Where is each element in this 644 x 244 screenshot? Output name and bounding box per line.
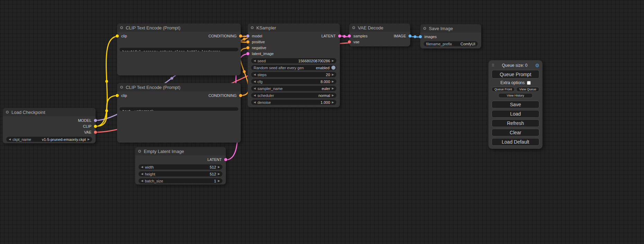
increment-arrow-icon[interactable]: ▶ [332, 73, 334, 76]
node-title: CLIP Text Encode (Prompt) [126, 25, 180, 30]
decrement-arrow-icon[interactable]: ◀ [254, 94, 256, 97]
conditioning-output-dot[interactable] [239, 94, 242, 97]
node-graph-canvas[interactable]: Load Checkpoint MODEL CLIP VAE ◀ ckpt_na… [0, 0, 644, 244]
increment-arrow-icon[interactable]: ▶ [218, 173, 220, 175]
node-title-bar[interactable]: Save Image [420, 24, 481, 33]
collapse-dot-icon[interactable] [6, 111, 9, 114]
settings-gear-icon[interactable]: ⚙ [535, 63, 539, 68]
decrement-arrow-icon[interactable]: ◀ [254, 101, 256, 104]
input-label-latent-image: latent_image [252, 52, 274, 56]
widget-scheduler[interactable]: ◀ scheduler normal ▶ [251, 93, 336, 98]
node-title-bar[interactable]: VAE Decode [349, 24, 410, 32]
increment-arrow-icon[interactable]: ▶ [332, 94, 334, 97]
model-input-dot[interactable] [246, 34, 249, 37]
toggle-knob[interactable] [331, 65, 336, 70]
queue-prompt-button[interactable]: Queue Prompt [492, 70, 539, 79]
increment-arrow-icon[interactable]: ▶ [332, 80, 334, 83]
node-title-bar[interactable]: CLIP Text Encode (Prompt) [117, 83, 241, 91]
save-button[interactable]: Save [492, 101, 539, 108]
link-midpoint-dot [105, 80, 108, 83]
widget-denoise[interactable]: ◀ denoise 1.000 ▶ [251, 100, 336, 105]
increment-arrow-icon[interactable]: ▶ [218, 166, 220, 169]
vae-output-dot[interactable] [94, 130, 97, 134]
latent-output-dot[interactable] [224, 158, 227, 161]
model-output-dot[interactable] [94, 119, 97, 122]
widget-seed[interactable]: ◀ seed 156680208700286 ▶ [251, 58, 336, 63]
conditioning-output-dot[interactable] [239, 35, 242, 38]
collapse-dot-icon[interactable] [120, 26, 123, 29]
node-title: Save Image [429, 26, 453, 31]
negative-input-dot[interactable] [246, 46, 249, 49]
node-title-bar[interactable]: KSampler [248, 24, 340, 32]
widget-steps[interactable]: ◀ steps 20 ▶ [251, 72, 336, 77]
increment-arrow-icon[interactable]: ▶ [332, 60, 334, 62]
node-title-bar[interactable]: Load Checkpoint [3, 108, 96, 116]
widget-filename-prefix[interactable]: filename_prefix ComfyUI [424, 41, 478, 46]
collapse-dot-icon[interactable] [138, 150, 141, 153]
clip-input-dot[interactable] [116, 94, 119, 97]
slot-row: latent_image [248, 51, 340, 56]
decrement-arrow-icon[interactable]: ◀ [254, 80, 256, 83]
slot-row: vae [349, 39, 410, 45]
decrement-arrow-icon[interactable]: ◀ [254, 73, 256, 76]
collapse-dot-icon[interactable] [120, 86, 123, 89]
node-clip-text-encode-positive[interactable]: CLIP Text Encode (Prompt) clip CONDITION… [117, 24, 241, 75]
collapse-dot-icon[interactable] [423, 27, 426, 30]
decrement-arrow-icon[interactable]: ◀ [9, 138, 11, 141]
widget-ckpt-name[interactable]: ◀ ckpt_name v1-5-pruned-emaonly.ckpt ▶ [6, 137, 92, 142]
decrement-arrow-icon[interactable]: ◀ [254, 60, 256, 62]
images-input-dot[interactable] [419, 35, 422, 38]
decrement-arrow-icon[interactable]: ◀ [254, 87, 256, 90]
node-load-checkpoint[interactable]: Load Checkpoint MODEL CLIP VAE ◀ ckpt_na… [3, 108, 96, 143]
increment-arrow-icon[interactable]: ▶ [218, 180, 220, 182]
clear-button[interactable]: Clear [492, 129, 539, 136]
node-save-image[interactable]: Save Image images filename_prefix ComfyU… [420, 24, 481, 48]
latent-output-dot[interactable] [338, 34, 341, 37]
widget-value: 1 [214, 179, 216, 183]
negative-prompt-textarea[interactable]: text, watermark [120, 107, 238, 111]
collapse-dot-icon[interactable] [352, 26, 355, 29]
widget-random-seed-toggle[interactable]: Random seed after every gen enabled [251, 65, 336, 70]
image-output-dot[interactable] [408, 34, 412, 37]
decrement-arrow-icon[interactable]: ◀ [141, 173, 143, 175]
widget-width[interactable]: ◀ width 512 ▶ [139, 164, 222, 170]
decrement-arrow-icon[interactable]: ◀ [141, 166, 143, 169]
view-queue-button[interactable]: View Queue [516, 87, 539, 92]
latent-image-input-dot[interactable] [246, 52, 249, 55]
output-label: CLIP [83, 124, 91, 128]
node-title-bar[interactable]: CLIP Text Encode (Prompt) [117, 24, 241, 32]
increment-arrow-icon[interactable]: ▶ [332, 101, 334, 104]
vae-input-dot[interactable] [348, 40, 351, 43]
increment-arrow-icon[interactable]: ▶ [332, 87, 334, 90]
node-title-bar[interactable]: Empty Latent Image [135, 147, 226, 155]
node-ksampler[interactable]: KSampler model LATENT positive negative … [248, 24, 340, 107]
drag-handle-icon[interactable]: ⠿ [492, 63, 494, 68]
widget-value: ComfyUI [460, 42, 475, 46]
collapse-dot-icon[interactable] [251, 26, 254, 29]
view-history-button[interactable]: View History [498, 93, 532, 98]
clip-output-dot[interactable] [94, 125, 97, 128]
clip-input-dot[interactable] [116, 35, 119, 38]
node-clip-text-encode-negative[interactable]: CLIP Text Encode (Prompt) clip CONDITION… [117, 83, 241, 143]
refresh-button[interactable]: Refresh [492, 119, 539, 127]
widget-cfg[interactable]: ◀ cfg 8.000 ▶ [251, 79, 336, 84]
queue-front-button[interactable]: Queue Front [492, 87, 515, 92]
widget-height[interactable]: ◀ height 512 ▶ [139, 171, 222, 177]
extra-options-checkbox[interactable] [527, 81, 531, 85]
widget-batch-size[interactable]: ◀ batch_size 1 ▶ [139, 178, 222, 183]
widget-label: filename_prefix [426, 42, 452, 46]
node-vae-decode[interactable]: VAE Decode samples IMAGE vae [349, 24, 410, 46]
decrement-arrow-icon[interactable]: ◀ [141, 180, 143, 182]
output-label-conditioning: CONDITIONING [209, 34, 237, 38]
samples-input-dot[interactable] [348, 34, 351, 37]
positive-input-dot[interactable] [246, 40, 249, 43]
node-empty-latent-image[interactable]: Empty Latent Image LATENT ◀ width 512 ▶ … [135, 147, 226, 184]
queue-buttons-row: Queue Front View Queue [492, 87, 539, 92]
widget-sampler-name[interactable]: ◀ sampler_name euler ▶ [251, 86, 336, 91]
load-button[interactable]: Load [492, 110, 539, 118]
load-default-button[interactable]: Load Default [492, 138, 539, 146]
increment-arrow-icon[interactable]: ▶ [88, 138, 90, 141]
input-label-clip: clip [121, 93, 127, 98]
positive-prompt-textarea[interactable]: beautiful scenery nature glass bottle la… [120, 48, 238, 51]
widget-label: Random seed after every gen [254, 66, 304, 70]
